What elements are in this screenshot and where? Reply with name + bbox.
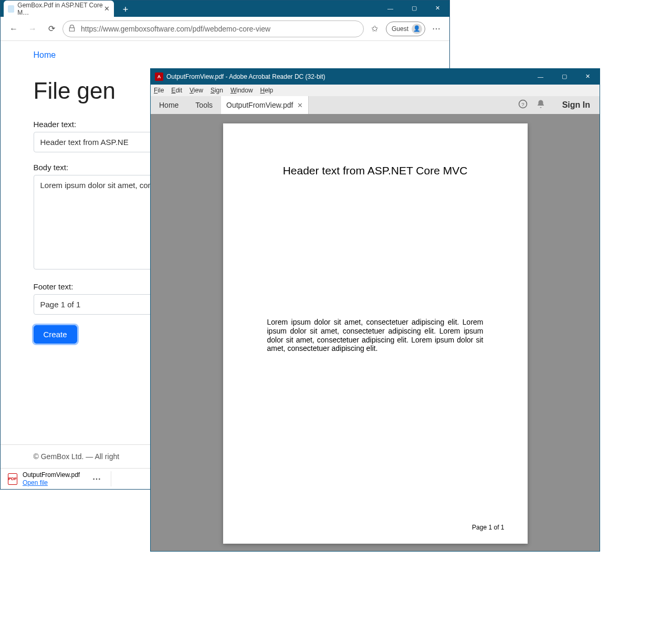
menu-edit[interactable]: Edit xyxy=(171,87,182,94)
acrobat-window-controls: — ▢ ✕ xyxy=(529,69,600,84)
menu-file[interactable]: File xyxy=(154,87,164,94)
pdf-icon: PDF xyxy=(8,473,17,485)
acrobat-right-icons: ? xyxy=(511,96,553,114)
svg-text:?: ? xyxy=(521,101,524,107)
browser-toolbar: ← → ⟳ https://www.gembox­software.com/pd… xyxy=(1,17,449,41)
browser-titlebar: GemBox.Pdf in ASP.NET Core M… ✕ + — ▢ ✕ xyxy=(1,1,449,17)
browser-tab[interactable]: GemBox.Pdf in ASP.NET Core M… ✕ xyxy=(4,1,114,17)
acrobat-tabbar: Home Tools OutputFromView.pdf ✕ ? Sign I… xyxy=(151,96,600,114)
more-icon[interactable]: ⋯ xyxy=(428,24,444,34)
acrobat-menubar: File Edit View Sign Window Help xyxy=(151,85,600,96)
acrobat-close-button[interactable]: ✕ xyxy=(576,69,600,84)
pdf-header-text: Header text from ASP.NET Core MVC xyxy=(223,123,528,177)
favorites-icon[interactable]: ✩ xyxy=(367,21,383,37)
close-window-button[interactable]: ✕ xyxy=(426,1,449,16)
menu-view[interactable]: View xyxy=(190,87,203,94)
favicon-icon xyxy=(8,5,14,13)
pdf-page: Header text from ASP.NET Core MVC Lorem … xyxy=(223,123,528,544)
download-open-link[interactable]: Open file xyxy=(23,479,80,486)
help-icon[interactable]: ? xyxy=(518,99,528,111)
acrobat-app-icon: A xyxy=(155,72,163,81)
sign-in-button[interactable]: Sign In xyxy=(553,96,600,114)
acrobat-minimize-button[interactable]: — xyxy=(529,69,552,84)
acrobat-doc-tab[interactable]: OutputFromView.pdf ✕ xyxy=(221,96,309,114)
maximize-button[interactable]: ▢ xyxy=(402,1,426,16)
doc-tab-close-icon[interactable]: ✕ xyxy=(297,101,303,109)
acrobat-window: A OutputFromView.pdf - Adobe Acrobat Rea… xyxy=(150,68,600,552)
tab-title: GemBox.Pdf in ASP.NET Core M… xyxy=(17,2,104,16)
address-bar[interactable]: https://www.gembox­software.com/pdf/webd… xyxy=(62,20,364,37)
profile-chip[interactable]: Guest 👤 xyxy=(386,22,425,36)
lock-icon xyxy=(68,25,77,33)
acrobat-viewport[interactable]: Header text from ASP.NET Core MVC Lorem … xyxy=(151,114,600,551)
download-item[interactable]: PDF OutputFromView.pdf Open file ⋯ xyxy=(8,471,111,486)
acrobat-title: OutputFromView.pdf - Adobe Acrobat Reade… xyxy=(166,73,326,80)
download-filename: OutputFromView.pdf xyxy=(23,471,80,479)
window-controls: — ▢ ✕ xyxy=(379,1,449,16)
acrobat-titlebar: A OutputFromView.pdf - Adobe Acrobat Rea… xyxy=(151,69,600,85)
avatar-icon: 👤 xyxy=(412,24,422,34)
acrobat-tools-tab[interactable]: Tools xyxy=(187,96,221,114)
bell-icon[interactable] xyxy=(536,99,545,111)
reload-button[interactable]: ⟳ xyxy=(44,21,59,37)
doc-tab-label: OutputFromView.pdf xyxy=(226,101,293,109)
menu-help[interactable]: Help xyxy=(260,87,274,94)
new-tab-button[interactable]: + xyxy=(118,2,133,17)
minimize-button[interactable]: — xyxy=(379,1,402,16)
url-text: https://www.gembox­software.com/pdf/webd… xyxy=(81,25,270,33)
back-button[interactable]: ← xyxy=(6,21,22,37)
tab-close-icon[interactable]: ✕ xyxy=(104,5,110,13)
pdf-footer-text: Page 1 of 1 xyxy=(472,524,504,531)
acrobat-maximize-button[interactable]: ▢ xyxy=(552,69,576,84)
create-button[interactable]: Create xyxy=(34,325,77,344)
menu-sign[interactable]: Sign xyxy=(211,87,223,94)
menu-window[interactable]: Window xyxy=(230,87,253,94)
download-more-icon[interactable]: ⋯ xyxy=(92,474,101,484)
forward-button[interactable]: → xyxy=(25,21,40,37)
home-link[interactable]: Home xyxy=(34,50,56,60)
acrobat-home-tab[interactable]: Home xyxy=(151,96,187,114)
pdf-body-text: Lorem ipsum dolor sit amet, consectetuer… xyxy=(267,318,484,353)
profile-label: Guest xyxy=(392,25,408,33)
